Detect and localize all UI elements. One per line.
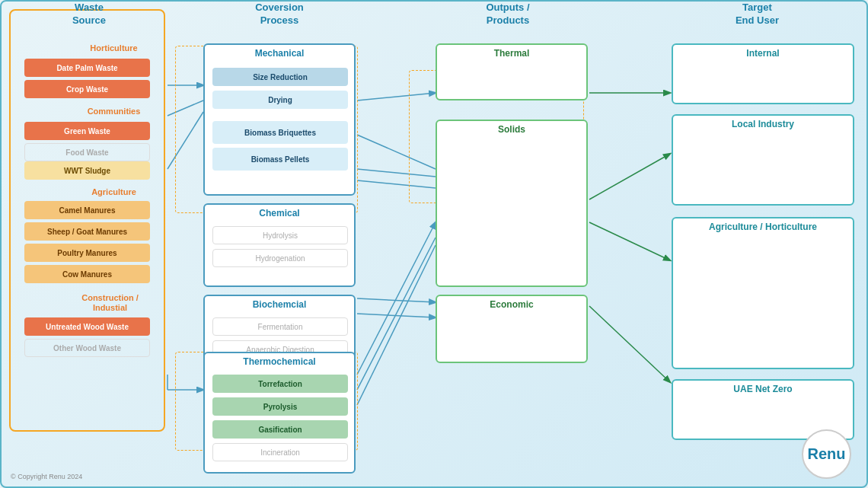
pyrolysis-item: Pyrolysis [212,397,348,416]
thermal-title: Thermal [437,45,586,62]
copyright: © Copyright Renu 2024 [11,473,82,480]
communities-label: Communities [47,107,180,116]
hydrogenation-item: Hydrogenation [212,249,348,267]
incineration-item: Incineration [212,443,348,461]
header-outputs: Outputs / Products [436,2,580,27]
internal-title: Internal [673,45,853,62]
crop-waste-item: Crop Waste [24,80,150,98]
svg-line-9 [357,222,436,375]
economic-section: Economic Carbon Avoidance Credits Carbon… [436,295,588,363]
biomass-briquettes-item: Biomass Briquettes [212,121,348,144]
thermochem-section: Thermochemical Torrefaction Pyrolysis Ga… [203,352,356,474]
economic-title: Economic [437,296,586,313]
svg-line-6 [357,135,436,169]
mechanical-title: Mechanical [205,45,354,62]
header-conversion: Coversion Process [207,2,352,27]
agriculture-hort-title: Agriculture / Horticulture [673,218,853,235]
construction-label: Construction / Industial [43,293,177,313]
svg-line-12 [357,298,436,302]
header-waste-source: Waste Source [13,2,165,27]
local-industry-section: Local Industry Cement Factories Industri… [672,114,854,206]
internal-section: Internal Factory Processes / Power [672,43,854,104]
wood-waste-item: Untreated Wood Waste [24,317,150,336]
chemical-title: Chemical [205,205,354,222]
size-reduction-item: Size Reduction [212,68,348,86]
chemical-section: Chemical Hydrolysis Hydrogenation [203,203,356,287]
thermochem-title: Thermochemical [205,353,354,370]
poultry-item: Poultry Manures [24,244,150,262]
svg-line-17 [589,306,670,382]
cow-item: Cow Manures [24,265,150,283]
camel-manures-item: Camel Manures [24,201,150,219]
drying-item: Drying [212,91,348,109]
solids-title: Solids [437,121,586,138]
other-wood-item: Other Wood Waste [24,339,150,357]
gasification-item: Gasification [212,420,348,439]
sheep-goat-item: Sheep / Goat Manures [24,222,150,241]
uae-net-zero-title: UAE Net Zero [673,381,853,397]
date-palm-item: Date Palm Waste [24,59,150,77]
svg-line-15 [589,154,670,199]
thermal-section: Thermal Heat → Power [436,43,588,100]
agriculture-label: Agriculture [47,187,180,196]
svg-line-8 [357,180,436,188]
horticulture-label: Horticulture [47,43,180,53]
mechanical-section: Mechanical Size Reduction Drying Biomass… [203,43,356,196]
torrefaction-item: Torrefaction [212,375,348,393]
svg-line-16 [589,222,670,260]
header-target: Target End User [664,2,850,27]
green-waste-item: Green Waste [24,122,150,140]
local-industry-title: Local Industry [673,116,853,132]
food-waste-item: Food Waste [24,143,150,161]
wwt-sludge-item: WWT Sludge [24,161,150,180]
solids-section: Solids Pellets / Briquettes Torrefied Pe… [436,120,588,287]
svg-line-5 [357,93,436,100]
biochemical-title: Biochemcial [205,296,354,313]
svg-line-2 [168,112,203,169]
agriculture-section: Agriculture / Horticulture Crop / Veg Fa… [672,217,854,369]
svg-line-7 [357,169,436,177]
fermentation-item: Fermentation [212,317,348,336]
svg-line-10 [357,238,436,390]
svg-line-13 [357,314,436,317]
diagram-container: Waste Source Coversion Process Outputs /… [0,0,868,488]
svg-line-11 [357,245,436,405]
renu-logo: Renu [802,429,851,479]
biomass-pellets-item: Biomass Pellets [212,148,348,171]
hydrolysis-item: Hydrolysis [212,226,348,244]
